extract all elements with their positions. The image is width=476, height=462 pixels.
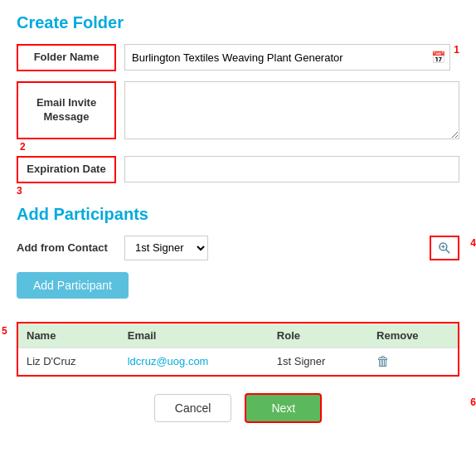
participant-role: 1st Signer (269, 348, 368, 375)
add-participant-button[interactable]: Add Participant (17, 272, 129, 299)
col-email: Email (119, 323, 269, 348)
expiration-date-row: Expiration Date 3 (17, 156, 459, 183)
col-role: Role (269, 323, 368, 348)
table-header-row: Name Email Role Remove (18, 323, 458, 348)
participants-section-header: Add Participants (17, 205, 459, 224)
col-remove: Remove (368, 323, 458, 348)
col-name: Name (18, 323, 119, 348)
annotation-5: 5 (2, 325, 7, 337)
annotation-2: 2 (20, 141, 26, 153)
add-participant-btn-wrapper: Add Participant (17, 272, 459, 310)
contact-search-button[interactable] (430, 236, 459, 260)
folder-name-label: Folder Name (17, 44, 116, 71)
add-from-contact-label: Add from Contact (17, 241, 116, 254)
bottom-buttons: Cancel Next 6 (17, 393, 459, 423)
participants-table-wrapper: 5 Name Email Role Remove Liz D'Cruz ldcr… (17, 322, 459, 377)
email-invite-row: Email Invite Message 2 (17, 81, 459, 139)
annotation-6: 6 (470, 396, 476, 408)
next-button[interactable]: Next (245, 393, 322, 423)
delete-participant-icon[interactable]: 🗑 (376, 354, 390, 368)
svg-line-1 (446, 250, 449, 253)
cancel-button[interactable]: Cancel (154, 394, 232, 422)
annotation-1: 1 (454, 44, 459, 56)
participant-remove-cell: 🗑 (368, 348, 458, 375)
participant-email: ldcruz@uog.com (119, 348, 269, 375)
add-from-contact-row: Add from Contact 1st Signer 2nd Signer 3… (17, 236, 459, 260)
email-invite-label: Email Invite Message (17, 81, 116, 139)
participants-title: Add Participants (17, 205, 148, 224)
folder-name-input[interactable] (124, 44, 450, 71)
annotation-4: 4 (470, 237, 476, 249)
email-invite-input[interactable] (124, 81, 459, 139)
calendar-icon[interactable]: 📅 (431, 51, 445, 64)
participants-table: Name Email Role Remove Liz D'Cruz ldcruz… (18, 323, 458, 375)
expiration-date-input[interactable] (124, 156, 459, 182)
participant-name: Liz D'Cruz (18, 348, 119, 375)
expiration-date-label: Expiration Date (17, 156, 116, 183)
table-row: Liz D'Cruz ldcruz@uog.com 1st Signer 🗑 (18, 348, 458, 375)
folder-name-wrapper: 📅 (124, 44, 450, 71)
search-contact-icon (438, 241, 451, 255)
signer-select[interactable]: 1st Signer 2nd Signer 3rd Signer (124, 236, 208, 260)
folder-name-row: Folder Name 📅 1 (17, 44, 459, 71)
page-title: Create Folder (17, 13, 459, 32)
annotation-3: 3 (17, 185, 22, 197)
